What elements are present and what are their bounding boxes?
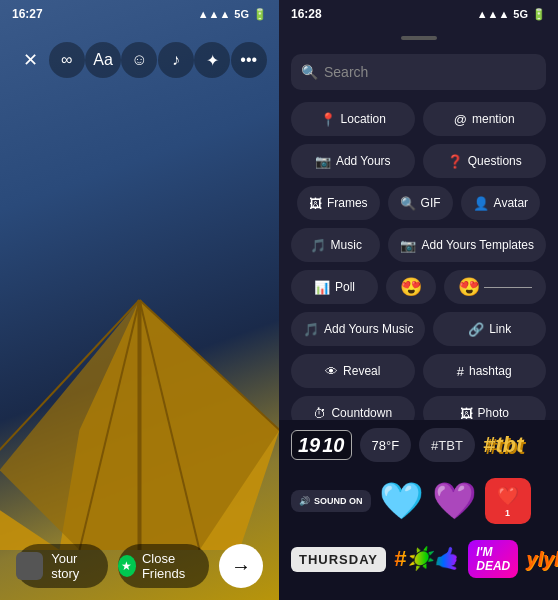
mention-sticker[interactable]: @ mention bbox=[423, 102, 547, 136]
left-status-right: ▲▲▲ 5G 🔋 bbox=[198, 8, 267, 21]
questions-sticker[interactable]: ❓ Questions bbox=[423, 144, 547, 178]
left-status-bar: 16:27 ▲▲▲ 5G 🔋 bbox=[0, 0, 279, 28]
close-friends-button[interactable]: ★ Close Friends bbox=[118, 544, 210, 588]
add-yours-sticker[interactable]: 📷 Add Yours bbox=[291, 144, 415, 178]
thursday-sticker[interactable]: THURSDAY bbox=[291, 547, 386, 572]
teal-heart-sticker[interactable]: 🩵 bbox=[379, 480, 424, 522]
sticker-row-7: 👁 Reveal # hashtag bbox=[291, 354, 546, 388]
sparkle-button[interactable]: ✦ bbox=[194, 42, 230, 78]
sticker-row-2: 📷 Add Yours ❓ Questions bbox=[291, 144, 546, 178]
right-signal: ▲▲▲ bbox=[477, 8, 510, 20]
mention-label: mention bbox=[472, 112, 515, 126]
right-panel: 16:28 ▲▲▲ 5G 🔋 🔍 Search 📍 Location @ men… bbox=[279, 0, 558, 600]
avatar-label: Avatar bbox=[494, 196, 528, 210]
right-time: 16:28 bbox=[291, 7, 322, 21]
emoji-1: 😍 bbox=[400, 276, 422, 298]
music-icon: 🎵 bbox=[310, 238, 326, 253]
sticker-row-1: 📍 Location @ mention bbox=[291, 102, 546, 136]
link-icon: 🔗 bbox=[468, 322, 484, 337]
dead-label: I'M DEAD bbox=[476, 545, 510, 573]
emoji-sticker-1[interactable]: 😍 bbox=[386, 270, 436, 304]
handle-bar bbox=[401, 36, 437, 40]
add-yours-music-label: Add Yours Music bbox=[324, 322, 413, 336]
avatar-sticker[interactable]: 👤 Avatar bbox=[461, 186, 540, 220]
gif-sticker[interactable]: 🔍 GIF bbox=[388, 186, 453, 220]
countdown-sticker[interactable]: ⏱ Countdown bbox=[291, 396, 415, 420]
add-yours-music-icon: 🎵 bbox=[303, 322, 319, 337]
search-icon: 🔍 bbox=[301, 64, 318, 80]
close-friends-label: Close Friends bbox=[142, 551, 209, 581]
right-network: 5G bbox=[513, 8, 528, 20]
emoji-slider: ———— bbox=[484, 280, 532, 294]
sticker-grid: 📍 Location @ mention 📷 Add Yours ❓ Quest… bbox=[279, 98, 558, 420]
sticker-row-4: 🎵 Music 📷 Add Yours Templates bbox=[291, 228, 546, 262]
reveal-sticker[interactable]: 👁 Reveal bbox=[291, 354, 415, 388]
close-button[interactable]: ✕ bbox=[12, 42, 48, 78]
temp-sticker[interactable]: 78°F bbox=[360, 428, 412, 462]
add-yours-label: Add Yours bbox=[336, 154, 391, 168]
purple-heart-sticker[interactable]: 💜 bbox=[432, 480, 477, 522]
temp-value: 78°F bbox=[372, 438, 400, 453]
search-bar[interactable]: 🔍 Search bbox=[291, 54, 546, 90]
text-button[interactable]: Aa bbox=[85, 42, 121, 78]
add-yours-templates-sticker[interactable]: 📷 Add Yours Templates bbox=[388, 228, 546, 262]
drawer-handle bbox=[279, 28, 558, 48]
gif-icon: 🔍 bbox=[400, 196, 416, 211]
music-button[interactable]: ♪ bbox=[158, 42, 194, 78]
date-num2: 10 bbox=[322, 435, 344, 455]
questions-label: Questions bbox=[468, 154, 522, 168]
location-icon: 📍 bbox=[320, 112, 336, 127]
sticker-row-5: 📊 Poll 😍 😍 ———— bbox=[291, 270, 546, 304]
tbt-label: #TBT bbox=[431, 438, 463, 453]
face-button[interactable]: ☺ bbox=[121, 42, 157, 78]
next-button[interactable]: → bbox=[219, 544, 263, 588]
tbt-sticker[interactable]: #TBT bbox=[419, 428, 475, 462]
ylyk-label: ylyk bbox=[526, 548, 558, 571]
hashtag-sticker[interactable]: # hashtag bbox=[423, 354, 547, 388]
date-sticker[interactable]: 19 10 bbox=[291, 430, 352, 460]
poll-sticker[interactable]: 📊 Poll bbox=[291, 270, 378, 304]
left-panel: 16:27 ▲▲▲ 5G 🔋 ✕ ∞ Aa ☺ ♪ ✦ ••• bbox=[0, 0, 279, 600]
emoji-2: 😍 bbox=[458, 276, 480, 298]
bottom-row-3: THURSDAY #☀️🤙 I'M DEAD ylyk bbox=[279, 532, 558, 586]
your-story-button[interactable]: Your story bbox=[16, 544, 108, 588]
colorful-label: #☀️🤙 bbox=[394, 546, 460, 572]
emoji-sticker-2[interactable]: 😍 ———— bbox=[444, 270, 546, 304]
sound-on-label: SOUND ON bbox=[314, 496, 363, 506]
countdown-label: Countdown bbox=[331, 406, 392, 420]
questions-icon: ❓ bbox=[447, 154, 463, 169]
next-arrow: → bbox=[231, 555, 251, 578]
sound-on-sticker[interactable]: 🔊 SOUND ON bbox=[291, 490, 371, 512]
sticker-row-3: 🖼 Frames 🔍 GIF 👤 Avatar bbox=[291, 186, 546, 220]
sticker-row-6: 🎵 Add Yours Music 🔗 Link bbox=[291, 312, 546, 346]
more-button[interactable]: ••• bbox=[231, 42, 267, 78]
photo-sticker[interactable]: 🖼 Photo bbox=[423, 396, 547, 420]
music-sticker[interactable]: 🎵 Music bbox=[291, 228, 380, 262]
left-signal: ▲▲▲ bbox=[198, 8, 231, 20]
notification-sticker[interactable]: ❤️ 1 bbox=[485, 478, 531, 524]
hashtbt-sticker[interactable]: #tbt bbox=[483, 432, 523, 458]
colorful-sticker[interactable]: #☀️🤙 bbox=[394, 546, 460, 572]
link-label: Link bbox=[489, 322, 511, 336]
right-status-right: ▲▲▲ 5G 🔋 bbox=[477, 8, 546, 21]
bottom-sticker-tray: 19 10 78°F #TBT #tbt 🔊 SOUND ON 🩵 bbox=[279, 420, 558, 600]
link-sticker[interactable]: 🔗 Link bbox=[433, 312, 546, 346]
loop-button[interactable]: ∞ bbox=[49, 42, 85, 78]
countdown-icon: ⏱ bbox=[313, 406, 326, 421]
frames-icon: 🖼 bbox=[309, 196, 322, 211]
add-yours-templates-label: Add Yours Templates bbox=[421, 238, 534, 252]
frames-sticker[interactable]: 🖼 Frames bbox=[297, 186, 380, 220]
add-yours-templates-icon: 📷 bbox=[400, 238, 416, 253]
bottom-row-1: 19 10 78°F #TBT #tbt bbox=[279, 420, 558, 470]
search-input[interactable]: Search bbox=[324, 64, 368, 80]
ylyk-sticker[interactable]: ylyk bbox=[526, 548, 558, 571]
teal-heart-icon: 🩵 bbox=[379, 480, 424, 522]
dead-sticker[interactable]: I'M DEAD bbox=[468, 540, 518, 578]
add-yours-music-sticker[interactable]: 🎵 Add Yours Music bbox=[291, 312, 425, 346]
location-sticker[interactable]: 📍 Location bbox=[291, 102, 415, 136]
hashtag-icon: # bbox=[457, 364, 464, 379]
location-label: Location bbox=[341, 112, 386, 126]
left-network: 5G bbox=[234, 8, 249, 20]
friends-icon: ★ bbox=[118, 555, 136, 577]
your-story-label: Your story bbox=[51, 551, 107, 581]
